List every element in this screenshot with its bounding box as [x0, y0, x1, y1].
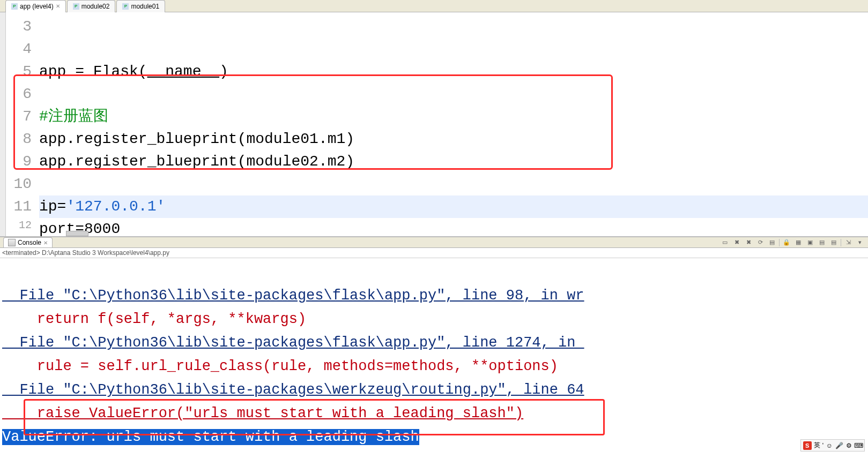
ime-separator: ': [822, 442, 824, 449]
code-line: [39, 83, 868, 106]
python-file-icon: P: [11, 3, 18, 10]
code-editor[interactable]: 3 4 5 6 7 8 9 10 11 12 app = Flask(__nam…: [0, 12, 868, 236]
code-line-current: ip='127.0.0.1': [39, 195, 868, 218]
python-file-icon: P: [73, 3, 79, 10]
code-line: #注册蓝图: [39, 106, 868, 128]
remove-all-button[interactable]: ✖: [744, 238, 753, 247]
scroll-lock-button[interactable]: 🔒: [782, 238, 791, 247]
line-number: 4: [6, 38, 32, 61]
ime-language[interactable]: 英: [814, 441, 820, 450]
console-icon: [8, 239, 16, 246]
line-number: 6: [6, 83, 32, 106]
traceback-file-link[interactable]: File "C:\Python36\lib\site-packages\flas…: [2, 288, 584, 304]
tab-label: module02: [81, 3, 110, 10]
keyboard-icon[interactable]: ⌨: [855, 442, 862, 449]
code-line: [39, 173, 868, 195]
line-number: 7: [6, 106, 32, 128]
toolbar-button[interactable]: ▦: [793, 238, 803, 247]
tab-module01[interactable]: P module01: [116, 0, 165, 12]
traceback-file-link[interactable]: File "C:\Python36\lib\site-packages\werk…: [2, 382, 584, 398]
code-line: app.register_blueprint(module01.m1): [39, 128, 868, 151]
horizontal-scrollbar[interactable]: [66, 231, 867, 236]
traceback-code: return f(self, *args, **kwargs): [2, 311, 306, 327]
line-number: 12: [6, 218, 32, 233]
tab-module02[interactable]: P module02: [67, 0, 116, 12]
tab-app-level4[interactable]: P app (level4) ✕: [5, 0, 66, 12]
console-output[interactable]: File "C:\Python36\lib\site-packages\flas…: [0, 258, 868, 474]
traceback-file-link[interactable]: File "C:\Python36\lib\site-packages\flas…: [2, 335, 584, 351]
tab-label: module01: [131, 3, 159, 10]
remove-launch-button[interactable]: ✖: [732, 238, 741, 247]
pin-console-button[interactable]: ⇲: [843, 238, 853, 247]
view-menu-button[interactable]: ▾: [855, 238, 865, 247]
line-number: 10: [6, 173, 32, 195]
line-number: 5: [6, 61, 32, 83]
line-number: 11: [6, 195, 32, 218]
close-icon[interactable]: ✕: [43, 240, 48, 246]
mic-icon[interactable]: 🎤: [835, 442, 843, 449]
code-line: [39, 38, 868, 61]
console-tab-label: Console: [18, 239, 41, 246]
toolbar-button[interactable]: ▣: [805, 238, 815, 247]
code-line: app.register_blueprint(module02.m2): [39, 151, 868, 173]
console-status: <terminated> D:\Aptana Studio 3 Workspac…: [0, 248, 868, 258]
line-number: 3: [6, 16, 32, 38]
settings-icon[interactable]: ⚙: [845, 442, 852, 449]
line-number: 8: [6, 128, 32, 151]
editor-tabbar: P app (level4) ✕ P module02 P module01: [0, 0, 868, 12]
line-number-gutter: 3 4 5 6 7 8 9 10 11 12: [6, 12, 36, 236]
editor-left-strip: [0, 12, 6, 236]
toolbar-button[interactable]: ⟳: [755, 238, 765, 247]
toolbar-button[interactable]: ▭: [720, 238, 730, 247]
toolbar-button[interactable]: ▤: [817, 238, 827, 247]
console-tab[interactable]: Console ✕: [3, 237, 53, 247]
toolbar-button[interactable]: ▤: [767, 238, 777, 247]
code-content[interactable]: app = Flask(__name__)#注册蓝图app.register_b…: [36, 12, 868, 236]
emoji-icon[interactable]: ☺: [826, 442, 833, 449]
tab-label: app (level4): [20, 3, 54, 10]
console-toolbar: ▭ ✖ ✖ ⟳ ▤ 🔒 ▦ ▣ ▤ ▤ ⇲ ▾: [720, 238, 865, 247]
line-number: 9: [6, 151, 32, 173]
code-line: app = Flask(__name__): [39, 61, 868, 83]
ime-brand-icon: S: [803, 441, 812, 450]
ime-toolbar[interactable]: S 英 ' ☺ 🎤 ⚙ ⌨: [800, 439, 865, 452]
close-icon[interactable]: ✕: [56, 3, 60, 9]
python-file-icon: P: [122, 3, 129, 10]
error-selected: ValueError: urls must start with a leadi…: [2, 429, 419, 445]
toolbar-button[interactable]: ▤: [829, 238, 839, 247]
traceback-code: raise ValueError("urls must start with a…: [2, 405, 523, 422]
traceback-code: rule = self.url_rule_class(rule, methods…: [2, 358, 558, 374]
console-header: Console ✕ ▭ ✖ ✖ ⟳ ▤ 🔒 ▦ ▣ ▤ ▤ ⇲ ▾: [0, 237, 868, 248]
